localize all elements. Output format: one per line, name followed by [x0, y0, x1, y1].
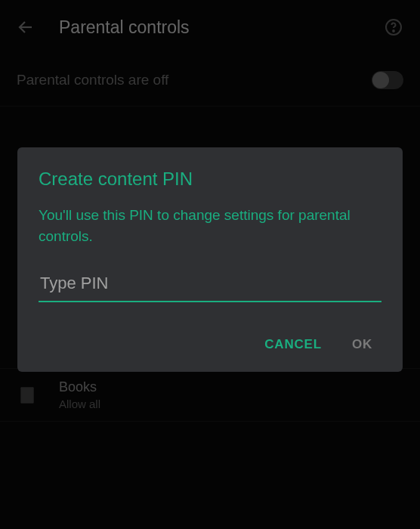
modal-overlay: Create content PIN You'll use this PIN t…	[0, 0, 420, 529]
create-pin-dialog: Create content PIN You'll use this PIN t…	[17, 147, 403, 372]
dialog-description: You'll use this PIN to change settings f…	[39, 205, 381, 246]
dialog-title: Create content PIN	[39, 169, 381, 190]
cancel-button[interactable]: Cancel	[264, 337, 322, 352]
dialog-actions: Cancel OK	[39, 337, 381, 360]
pin-input[interactable]	[39, 269, 381, 302]
ok-button[interactable]: OK	[352, 337, 372, 352]
